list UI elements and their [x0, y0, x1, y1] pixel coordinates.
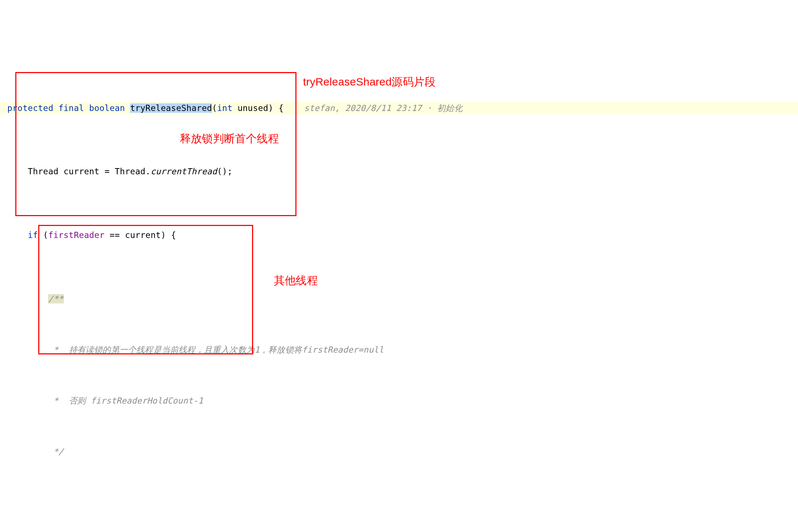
code-line[interactable]: if (firstReader == current) { [0, 229, 798, 242]
code-line[interactable]: * 持有读锁的第一个线程是当前线程，且重入次数为1，释放锁将firstReade… [0, 344, 798, 356]
annotation-label-box1: 释放锁判断首个线程 [180, 130, 279, 147]
keyword-int: int [217, 103, 232, 113]
call-currentThread: currentThread [150, 167, 217, 176]
inline-author-annotation: stefan, 2020/8/11 23:17 · 初始化 [304, 103, 463, 113]
var-current: current [64, 167, 99, 176]
code-line[interactable]: */ [0, 445, 798, 458]
javadoc-line: * 持有读锁的第一个线程是当前线程，且重入次数为1，释放锁将firstReade… [48, 345, 384, 354]
keyword-boolean: boolean [89, 103, 125, 113]
type-thread: Thread [28, 167, 58, 176]
field-firstReader: firstReader [48, 230, 105, 240]
method-name: tryReleaseShared [130, 103, 212, 113]
javadoc-line: * 否则 firstReaderHoldCount-1 [48, 396, 203, 405]
keyword-if: if [28, 230, 38, 240]
javadoc-open: /** [48, 294, 63, 303]
code-line[interactable]: Thread current = Thread.currentThread(); [0, 165, 798, 178]
annotation-box-other-thread [38, 225, 253, 354]
annotation-label-title: tryReleaseShared源码片段 [303, 74, 436, 90]
param-unused: unused [237, 103, 268, 113]
keyword-final: final [59, 103, 84, 113]
code-line[interactable]: protected final boolean tryReleaseShared… [0, 102, 798, 115]
code-line[interactable]: * 否则 firstReaderHoldCount-1 [0, 394, 798, 407]
code-editor[interactable]: protected final boolean tryReleaseShared… [0, 51, 798, 532]
javadoc-close: */ [48, 447, 63, 456]
annotation-label-box2: 其他线程 [274, 272, 318, 289]
code-line[interactable] [0, 496, 798, 509]
keyword-protected: protected [7, 103, 53, 113]
code-line[interactable]: /** [0, 293, 798, 305]
annotation-box-first-thread [15, 72, 296, 216]
